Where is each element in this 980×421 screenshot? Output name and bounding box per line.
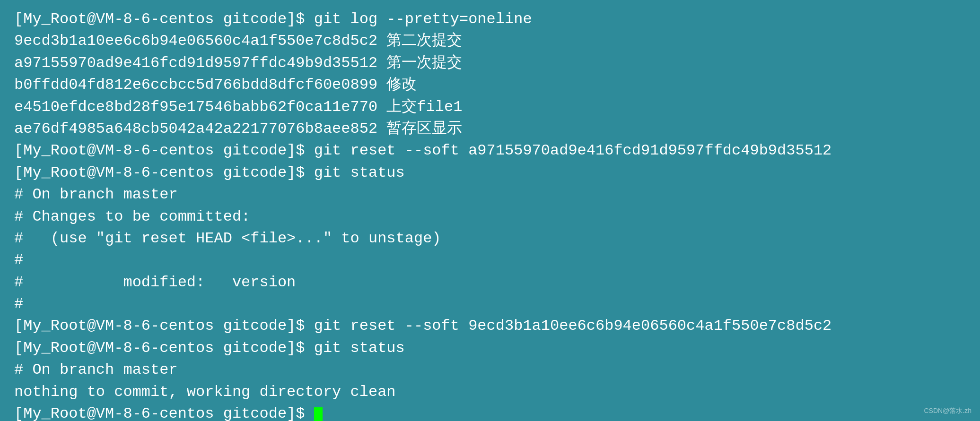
terminal-line: [My_Root@VM-8-6-centos gitcode]$ git log… [14, 9, 966, 30]
watermark: CSDN@落水.zh [924, 407, 971, 415]
terminal-window: [My_Root@VM-8-6-centos gitcode]$ git log… [0, 0, 980, 421]
terminal-line: 9ecd3b1a10ee6c6b94e06560c4a1f550e7c8d5c2… [14, 30, 966, 52]
terminal-line: # [14, 293, 966, 315]
terminal-line: e4510efdce8bd28f95e17546babb62f0ca11e770… [14, 96, 966, 118]
terminal-line: a97155970ad9e416fcd91d9597ffdc49b9d35512… [14, 52, 966, 74]
terminal-line: nothing to commit, working directory cle… [14, 381, 966, 403]
terminal-line: # Changes to be committed: [14, 206, 966, 228]
terminal-line: [My_Root@VM-8-6-centos gitcode]$ git sta… [14, 337, 966, 359]
terminal-line: [My_Root@VM-8-6-centos gitcode]$ git res… [14, 140, 966, 162]
terminal-line: # (use "git reset HEAD <file>..." to uns… [14, 228, 966, 249]
terminal-line: # [14, 249, 966, 271]
terminal-line: # On branch master [14, 184, 966, 206]
terminal-line: [My_Root@VM-8-6-centos gitcode]$ git res… [14, 315, 966, 337]
terminal-line: b0ffdd04fd812e6ccbcc5d766bdd8dfcf60e0899… [14, 74, 966, 96]
terminal-line: [My_Root@VM-8-6-centos gitcode]$ git sta… [14, 162, 966, 184]
terminal-line: ae76df4985a648cb5042a42a22177076b8aee852… [14, 118, 966, 140]
terminal-line: # modified: version [14, 272, 966, 293]
terminal-cursor [314, 407, 323, 421]
terminal-line: # On branch master [14, 359, 966, 381]
terminal-line: [My_Root@VM-8-6-centos gitcode]$ [14, 403, 966, 421]
